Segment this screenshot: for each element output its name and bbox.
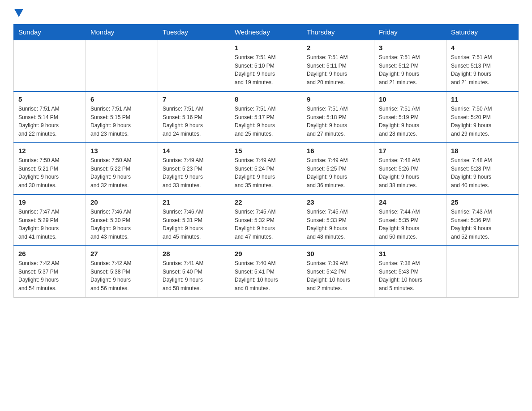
day-number: 3: [379, 44, 442, 51]
day-info: Sunrise: 7:51 AMSunset: 5:13 PMDaylight:…: [451, 53, 514, 86]
calendar-cell: 12Sunrise: 7:50 AMSunset: 5:21 PMDayligh…: [14, 143, 86, 194]
day-number: 15: [235, 147, 297, 154]
day-number: 13: [90, 147, 153, 154]
day-info: Sunrise: 7:51 AMSunset: 5:16 PMDaylight:…: [163, 105, 225, 138]
calendar-cell: 3Sunrise: 7:51 AMSunset: 5:12 PMDaylight…: [374, 40, 446, 91]
calendar-cell: [14, 40, 86, 91]
day-number: 20: [90, 198, 153, 206]
day-info: Sunrise: 7:45 AMSunset: 5:32 PMDaylight:…: [235, 208, 297, 241]
day-info: Sunrise: 7:46 AMSunset: 5:30 PMDaylight:…: [90, 208, 153, 241]
weekday-row: SundayMondayTuesdayWednesdayThursdayFrid…: [14, 25, 519, 40]
day-info: Sunrise: 7:47 AMSunset: 5:29 PMDaylight:…: [18, 208, 81, 241]
calendar-body: 1Sunrise: 7:51 AMSunset: 5:10 PMDaylight…: [14, 40, 519, 297]
calendar-cell: 4Sunrise: 7:51 AMSunset: 5:13 PMDaylight…: [446, 40, 519, 91]
day-info: Sunrise: 7:49 AMSunset: 5:24 PMDaylight:…: [235, 156, 297, 189]
day-info: Sunrise: 7:40 AMSunset: 5:41 PMDaylight:…: [235, 259, 297, 292]
day-number: 18: [451, 147, 514, 154]
day-info: Sunrise: 7:43 AMSunset: 5:36 PMDaylight:…: [451, 208, 514, 241]
day-number: 5: [18, 95, 81, 103]
calendar-cell: 30Sunrise: 7:39 AMSunset: 5:42 PMDayligh…: [302, 246, 374, 297]
calendar-cell: 19Sunrise: 7:47 AMSunset: 5:29 PMDayligh…: [14, 194, 86, 246]
day-info: Sunrise: 7:49 AMSunset: 5:23 PMDaylight:…: [163, 156, 225, 189]
calendar-cell: 15Sunrise: 7:49 AMSunset: 5:24 PMDayligh…: [230, 143, 302, 194]
calendar-cell: 17Sunrise: 7:48 AMSunset: 5:26 PMDayligh…: [374, 143, 446, 194]
calendar-header: SundayMondayTuesdayWednesdayThursdayFrid…: [14, 25, 519, 40]
day-number: 28: [163, 250, 225, 257]
day-info: Sunrise: 7:50 AMSunset: 5:21 PMDaylight:…: [18, 156, 81, 189]
calendar-cell: 13Sunrise: 7:50 AMSunset: 5:22 PMDayligh…: [86, 143, 158, 194]
weekday-header-tuesday: Tuesday: [158, 25, 230, 40]
svg-marker-0: [14, 9, 23, 17]
day-info: Sunrise: 7:42 AMSunset: 5:37 PMDaylight:…: [18, 259, 81, 292]
day-number: 7: [163, 95, 225, 103]
day-info: Sunrise: 7:50 AMSunset: 5:22 PMDaylight:…: [90, 156, 153, 189]
calendar-cell: 10Sunrise: 7:51 AMSunset: 5:19 PMDayligh…: [374, 91, 446, 143]
weekday-header-wednesday: Wednesday: [230, 25, 302, 40]
calendar-cell: 18Sunrise: 7:48 AMSunset: 5:28 PMDayligh…: [446, 143, 519, 194]
page-header: [13, 9, 519, 17]
logo: [13, 9, 23, 17]
calendar-cell: 8Sunrise: 7:51 AMSunset: 5:17 PMDaylight…: [230, 91, 302, 143]
day-number: 19: [18, 198, 81, 206]
week-row-3: 12Sunrise: 7:50 AMSunset: 5:21 PMDayligh…: [14, 143, 519, 194]
calendar-cell: 22Sunrise: 7:45 AMSunset: 5:32 PMDayligh…: [230, 194, 302, 246]
calendar-cell: 16Sunrise: 7:49 AMSunset: 5:25 PMDayligh…: [302, 143, 374, 194]
day-info: Sunrise: 7:51 AMSunset: 5:10 PMDaylight:…: [235, 53, 297, 86]
calendar-cell: [158, 40, 230, 91]
day-info: Sunrise: 7:51 AMSunset: 5:17 PMDaylight:…: [235, 105, 297, 138]
calendar-cell: 20Sunrise: 7:46 AMSunset: 5:30 PMDayligh…: [86, 194, 158, 246]
weekday-header-friday: Friday: [374, 25, 446, 40]
day-number: 10: [379, 95, 442, 103]
day-info: Sunrise: 7:39 AMSunset: 5:42 PMDaylight:…: [307, 259, 369, 292]
day-number: 29: [235, 250, 297, 257]
calendar-cell: [446, 246, 519, 297]
day-info: Sunrise: 7:48 AMSunset: 5:26 PMDaylight:…: [379, 156, 442, 189]
day-info: Sunrise: 7:45 AMSunset: 5:33 PMDaylight:…: [307, 208, 369, 241]
calendar-cell: 31Sunrise: 7:38 AMSunset: 5:43 PMDayligh…: [374, 246, 446, 297]
calendar-cell: 26Sunrise: 7:42 AMSunset: 5:37 PMDayligh…: [14, 246, 86, 297]
day-info: Sunrise: 7:51 AMSunset: 5:15 PMDaylight:…: [90, 105, 153, 138]
calendar-cell: 21Sunrise: 7:46 AMSunset: 5:31 PMDayligh…: [158, 194, 230, 246]
day-number: 8: [235, 95, 297, 103]
day-number: 25: [451, 198, 514, 206]
day-number: 14: [163, 147, 225, 154]
weekday-header-saturday: Saturday: [446, 25, 519, 40]
calendar-cell: 14Sunrise: 7:49 AMSunset: 5:23 PMDayligh…: [158, 143, 230, 194]
calendar-cell: 27Sunrise: 7:42 AMSunset: 5:38 PMDayligh…: [86, 246, 158, 297]
day-number: 16: [307, 147, 369, 154]
day-number: 26: [18, 250, 81, 257]
calendar-table: SundayMondayTuesdayWednesdayThursdayFrid…: [13, 24, 519, 298]
day-info: Sunrise: 7:48 AMSunset: 5:28 PMDaylight:…: [451, 156, 514, 189]
day-number: 31: [379, 250, 442, 257]
day-info: Sunrise: 7:51 AMSunset: 5:11 PMDaylight:…: [307, 53, 369, 86]
day-number: 6: [90, 95, 153, 103]
day-number: 22: [235, 198, 297, 206]
calendar-cell: 5Sunrise: 7:51 AMSunset: 5:14 PMDaylight…: [14, 91, 86, 143]
logo-triangle-icon: [14, 9, 23, 17]
calendar-cell: 7Sunrise: 7:51 AMSunset: 5:16 PMDaylight…: [158, 91, 230, 143]
calendar-cell: 25Sunrise: 7:43 AMSunset: 5:36 PMDayligh…: [446, 194, 519, 246]
day-number: 9: [307, 95, 369, 103]
calendar-cell: 9Sunrise: 7:51 AMSunset: 5:18 PMDaylight…: [302, 91, 374, 143]
calendar-cell: 29Sunrise: 7:40 AMSunset: 5:41 PMDayligh…: [230, 246, 302, 297]
calendar-cell: 23Sunrise: 7:45 AMSunset: 5:33 PMDayligh…: [302, 194, 374, 246]
calendar-cell: 28Sunrise: 7:41 AMSunset: 5:40 PMDayligh…: [158, 246, 230, 297]
calendar-cell: 11Sunrise: 7:50 AMSunset: 5:20 PMDayligh…: [446, 91, 519, 143]
weekday-header-monday: Monday: [86, 25, 158, 40]
week-row-4: 19Sunrise: 7:47 AMSunset: 5:29 PMDayligh…: [14, 194, 519, 246]
week-row-5: 26Sunrise: 7:42 AMSunset: 5:37 PMDayligh…: [14, 246, 519, 297]
calendar-cell: 6Sunrise: 7:51 AMSunset: 5:15 PMDaylight…: [86, 91, 158, 143]
day-info: Sunrise: 7:44 AMSunset: 5:35 PMDaylight:…: [379, 208, 442, 241]
day-number: 1: [235, 44, 297, 51]
day-number: 27: [90, 250, 153, 257]
weekday-header-thursday: Thursday: [302, 25, 374, 40]
day-info: Sunrise: 7:51 AMSunset: 5:18 PMDaylight:…: [307, 105, 369, 138]
day-info: Sunrise: 7:38 AMSunset: 5:43 PMDaylight:…: [379, 259, 442, 292]
day-number: 17: [379, 147, 442, 154]
calendar-cell: 24Sunrise: 7:44 AMSunset: 5:35 PMDayligh…: [374, 194, 446, 246]
day-info: Sunrise: 7:51 AMSunset: 5:14 PMDaylight:…: [18, 105, 81, 138]
day-info: Sunrise: 7:50 AMSunset: 5:20 PMDaylight:…: [451, 105, 514, 138]
day-number: 2: [307, 44, 369, 51]
calendar-cell: 2Sunrise: 7:51 AMSunset: 5:11 PMDaylight…: [302, 40, 374, 91]
calendar-cell: [86, 40, 158, 91]
